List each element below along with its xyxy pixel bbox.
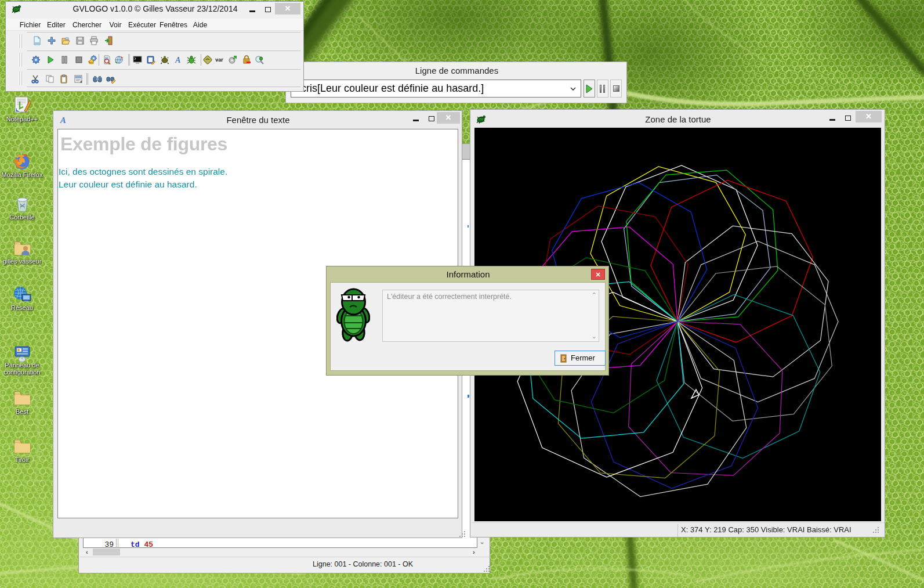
svg-text:A: A bbox=[175, 56, 180, 64]
svg-text:var: var bbox=[215, 57, 223, 63]
svg-text:x: x bbox=[80, 80, 82, 84]
